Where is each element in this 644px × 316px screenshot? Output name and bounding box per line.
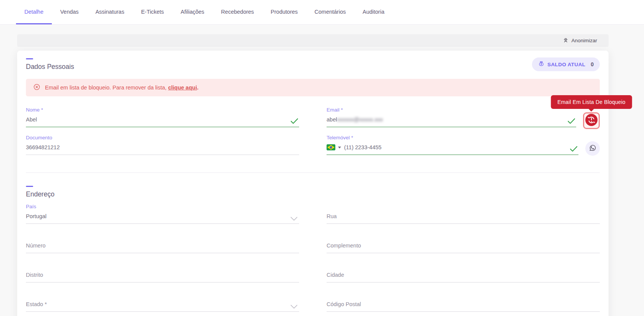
documento-label: Documento <box>26 135 299 140</box>
telemovel-label: Telemóvel * <box>327 135 578 140</box>
email-label: Email * <box>327 107 576 113</box>
circle-x-icon <box>33 83 40 92</box>
distrito-input[interactable] <box>26 271 299 282</box>
documento-input[interactable] <box>26 143 299 155</box>
codigo-postal-field <box>327 300 600 312</box>
address-form-grid: País Portugal <box>26 204 600 312</box>
nome-input[interactable] <box>26 115 299 127</box>
email-blocklist-button[interactable]: Email Em Lista De Bloqueio <box>583 112 600 129</box>
codigo-postal-input[interactable] <box>327 300 600 312</box>
brazil-flag-icon <box>327 144 335 150</box>
tab-comentarios[interactable]: Comentários <box>306 0 354 24</box>
caret-down-icon <box>338 147 341 148</box>
tab-etickets[interactable]: E-Tickets <box>133 0 172 24</box>
check-icon <box>570 146 578 152</box>
whatsapp-button[interactable] <box>585 141 600 156</box>
distrito-field <box>26 271 299 282</box>
tab-produtores[interactable]: Produtores <box>262 0 306 24</box>
personal-section-header: Dados Pessoais <box>26 58 74 71</box>
email-field[interactable]: Email * abel xxxxxx@xxxxx.xxx <box>327 107 576 127</box>
saldo-value: 0 <box>591 61 594 67</box>
numero-field <box>26 241 299 253</box>
anonymize-label: Anonimizar <box>571 38 597 43</box>
estado-select[interactable]: Estado * <box>26 300 299 312</box>
documento-field: Documento <box>26 135 299 155</box>
sync-error-icon <box>585 114 598 128</box>
nome-field: Nome * <box>26 107 299 127</box>
check-icon <box>567 118 575 124</box>
alert-text: Email em lista de bloqueio. Para remover… <box>45 85 199 91</box>
alert-remove-link[interactable]: clique aqui <box>168 85 197 91</box>
rua-field <box>327 212 600 224</box>
chevron-down-icon <box>290 217 298 221</box>
cidade-field <box>327 271 600 282</box>
email-blocklist-alert: Email em lista de bloqueio. Para remover… <box>26 79 600 96</box>
actions-toolbar: Anonimizar <box>17 34 609 47</box>
tab-detalhe[interactable]: Detalhe <box>16 0 52 24</box>
email-blocklist-tooltip: Email Em Lista De Bloqueio <box>551 95 632 109</box>
pais-select[interactable]: País Portugal <box>26 204 299 224</box>
telemovel-field[interactable]: Telemóvel * <box>327 135 578 155</box>
cidade-input[interactable] <box>327 271 600 282</box>
pais-label: País <box>26 204 299 209</box>
detail-card: Dados Pessoais SALDO ATUAL 0 <box>17 51 609 316</box>
saldo-label: SALDO ATUAL <box>548 62 586 67</box>
telemovel-value: (11) 2233-4455 <box>344 144 381 150</box>
address-section-header: Endereço <box>26 186 600 198</box>
email-row: Email * abel xxxxxx@xxxxx.xxx Email Em L… <box>327 107 600 127</box>
saldo-atual-badge[interactable]: SALDO ATUAL 0 <box>532 57 600 71</box>
complemento-input[interactable] <box>327 241 600 253</box>
whatsapp-icon <box>589 144 597 153</box>
check-icon <box>290 118 298 124</box>
nome-label: Nome * <box>26 107 299 113</box>
country-select[interactable] <box>327 144 341 150</box>
personal-section-title: Dados Pessoais <box>26 63 74 71</box>
section-dash <box>26 58 33 59</box>
rua-input[interactable] <box>327 212 600 224</box>
section-divider <box>26 172 600 173</box>
section-dash <box>26 186 33 187</box>
estado-placeholder: Estado * <box>26 301 47 307</box>
money-bag-icon <box>538 61 545 69</box>
chevron-down-icon <box>290 305 298 309</box>
incognito-icon <box>563 37 569 44</box>
tab-afiliacoes[interactable]: Afiliações <box>172 0 213 24</box>
pais-value: Portugal <box>26 213 46 219</box>
email-redacted-value: xxxxxx@xxxxx.xxx <box>337 117 383 123</box>
tab-bar: Detalhe Vendas Assinaturas E-Tickets Afi… <box>0 0 644 25</box>
tab-assinaturas[interactable]: Assinaturas <box>87 0 133 24</box>
tab-vendas[interactable]: Vendas <box>52 0 87 24</box>
email-value: abel <box>327 117 337 123</box>
tab-recebedores[interactable]: Recebedores <box>213 0 262 24</box>
telemovel-row: Telemóvel * <box>327 135 600 155</box>
tab-auditoria[interactable]: Auditoria <box>354 0 392 24</box>
numero-input[interactable] <box>26 241 299 253</box>
address-section-title: Endereço <box>26 190 600 198</box>
personal-form-grid: Nome * Email * abel xxxxxx@xxxxx.xxx <box>26 107 600 155</box>
complemento-field <box>327 241 600 253</box>
anonymize-button[interactable]: Anonimizar <box>563 37 597 44</box>
